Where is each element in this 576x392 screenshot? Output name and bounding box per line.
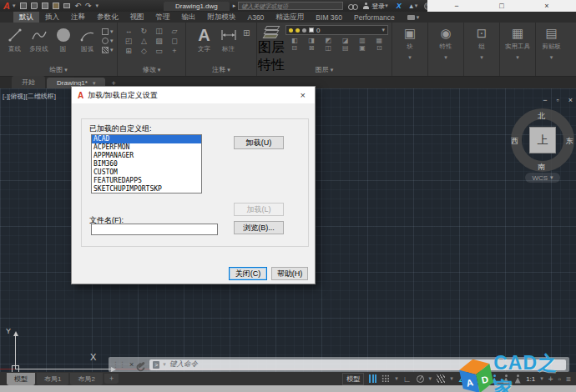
undo-icon[interactable]: ↶ <box>74 3 81 10</box>
ribbon-tab-parametric[interactable]: 参数化 <box>91 12 124 23</box>
ribbon-tab-a360[interactable]: A360 <box>242 12 270 23</box>
layers-panel-label[interactable]: 图层 ▾ <box>257 65 392 74</box>
dialog-close-button[interactable]: 关闭(C) <box>229 267 267 280</box>
wcs-dropdown[interactable]: WCS ▾ <box>525 173 560 183</box>
ribbon-tab-annotate[interactable]: 注释 <box>65 12 91 23</box>
redo-icon[interactable]: ↷ <box>85 3 92 10</box>
layout-tab-layout1[interactable]: 布局1 <box>37 373 68 385</box>
command-customize-wrench-icon[interactable] <box>138 361 145 368</box>
file-tab-start[interactable]: 开始 <box>12 76 45 88</box>
chevron-down-icon[interactable]: ▾ <box>444 54 447 61</box>
qat-customize-chevron-down-icon[interactable]: ▾ <box>96 3 99 9</box>
layer-tool-icon[interactable]: ◧ <box>287 37 301 44</box>
copy-tool-icon[interactable]: + <box>169 47 180 56</box>
command-dock-grip-icon[interactable]: ⋮⋮ <box>112 360 125 369</box>
table-tool-icon[interactable]: ⊞ <box>243 28 250 38</box>
autocad-logo-icon[interactable]: A <box>0 2 13 11</box>
modify-panel-label[interactable]: 修改 ▾ <box>118 65 185 74</box>
array-tool-icon[interactable]: ▨ <box>154 37 165 46</box>
fillet-tool-icon[interactable]: ◰ <box>123 37 134 46</box>
layer-tool-icon[interactable]: ◩ <box>321 37 336 44</box>
clipboard-panel[interactable]: ▤ 剪贴板 ▾ <box>536 23 567 76</box>
list-item-appmanager[interactable]: APPMANAGER <box>92 152 201 160</box>
trim-tool-icon[interactable]: ◫ <box>154 27 165 36</box>
exchange-apps-icon[interactable]: X <box>397 2 402 10</box>
dialog-title-bar[interactable]: A 加载/卸载自定义设置 × <box>72 87 315 103</box>
isometric-drafting-icon[interactable] <box>437 374 445 383</box>
hatch-tool[interactable]: ▾ <box>102 47 114 53</box>
polar-tracking-icon[interactable] <box>417 375 424 383</box>
save-icon[interactable] <box>42 3 48 9</box>
doc-close-button[interactable]: × <box>568 97 573 104</box>
new-layout-button[interactable]: + <box>104 374 119 384</box>
properties-panel[interactable]: ◉ 特性 ▾ <box>428 23 464 76</box>
layer-tool-icon[interactable]: ⊠ <box>304 44 318 52</box>
ribbon-tab-output[interactable]: 输出 <box>176 12 202 23</box>
minimize-button[interactable]: − <box>444 3 469 10</box>
recent-commands-chevron-down-icon[interactable]: ▾ <box>163 361 166 368</box>
rectangle-tool[interactable]: ▾ <box>102 28 114 35</box>
chevron-down-icon[interactable]: ▾ <box>516 54 519 61</box>
layer-select-dropdown[interactable]: 0 ▾ <box>285 25 388 35</box>
offset-tool-icon[interactable]: ◻ <box>169 37 180 46</box>
arc-tool[interactable]: 圆弧 <box>76 25 99 53</box>
title-expand-arrow-icon[interactable]: ▸ <box>233 3 236 9</box>
viewport-controls[interactable]: [-][俯视][二维线框] <box>3 92 56 101</box>
chevron-down-icon[interactable]: ▾ <box>480 54 483 61</box>
ellipse-tool[interactable]: ▾ <box>102 38 114 44</box>
annotate-panel-label[interactable]: 注释 ▾ <box>186 65 256 74</box>
browse-button[interactable]: 浏览(B)... <box>234 221 284 234</box>
doc-restore-button[interactable]: ▫ <box>557 97 559 104</box>
dialog-close-icon[interactable]: × <box>297 90 309 100</box>
viewcube-west-label[interactable]: 西 <box>511 136 518 147</box>
doc-minimize-button[interactable]: − <box>543 97 547 104</box>
draw-panel-label[interactable]: 绘图 ▾ <box>0 65 117 74</box>
ribbon-tab-view[interactable]: 视图 <box>124 12 150 23</box>
chevron-down-icon[interactable]: ▾ <box>408 54 412 61</box>
a360-chevron-down-icon[interactable]: ▾ <box>415 3 418 9</box>
user-icon[interactable] <box>363 3 369 9</box>
stretch-tool-icon[interactable]: ▭ <box>154 47 165 56</box>
layout-tab-model[interactable]: 模型 <box>7 373 35 385</box>
explode-tool-icon[interactable]: ◇ <box>138 47 149 56</box>
viewcube-top-face[interactable]: 上 <box>529 127 556 153</box>
sign-in-chevron-down-icon[interactable]: ▾ <box>385 3 388 9</box>
erase-tool-icon[interactable]: ⊞ <box>123 47 134 56</box>
search-icon[interactable] <box>348 3 356 9</box>
ribbon-tab-addins[interactable]: 附加模块 <box>202 12 242 23</box>
maximize-button[interactable]: □ <box>489 3 514 10</box>
polar-chevron-down-icon[interactable]: ▾ <box>429 375 432 382</box>
scale-tool-icon[interactable]: △ <box>138 37 149 46</box>
move-tool-icon[interactable]: ↔ <box>123 27 134 36</box>
save-as-icon[interactable] <box>53 3 59 9</box>
dialog-help-button[interactable]: 帮助(H) <box>271 267 308 280</box>
layer-tool-icon[interactable]: ▦ <box>372 37 387 44</box>
list-item-sketchupimportskp[interactable]: SKETCHUPIMPORTSKP <box>92 185 201 193</box>
line-tool[interactable]: 直线 <box>3 25 26 53</box>
unload-button[interactable]: 卸载(U) <box>234 136 284 149</box>
open-file-icon[interactable] <box>31 3 38 9</box>
viewcube-south-label[interactable]: 南 <box>538 162 545 173</box>
grid-chevron-down-icon[interactable]: ▾ <box>395 375 398 382</box>
layer-tool-icon[interactable]: ⊡ <box>372 44 387 52</box>
grid-display-icon[interactable] <box>381 374 390 383</box>
snap-mode-icon[interactable] <box>369 374 376 383</box>
layout-tab-layout2[interactable]: 布局2 <box>70 373 102 385</box>
layer-tool-icon[interactable]: ▤ <box>338 44 352 52</box>
viewcube-north-label[interactable]: 北 <box>538 111 545 122</box>
ortho-mode-icon[interactable]: ∟ <box>403 374 412 384</box>
ribbon-tab-manage[interactable]: 管理 <box>150 12 176 23</box>
circle-tool[interactable]: 圆 <box>52 25 74 53</box>
ribbon-tab-default[interactable]: 默认 <box>13 12 39 23</box>
list-item-bim360[interactable]: BIM360 <box>92 160 201 168</box>
utilities-panel[interactable]: ▦ 实用工具 ▾ <box>500 23 536 76</box>
model-space-button[interactable]: 模型 <box>342 373 364 385</box>
list-item-custom[interactable]: CUSTOM <box>92 168 201 177</box>
close-button[interactable]: × <box>534 3 559 10</box>
app-menu-chevron-down-icon[interactable]: ▾ <box>13 3 16 9</box>
ribbon-tab-insert[interactable]: 插入 <box>39 12 65 23</box>
list-item-featuredapps[interactable]: FEATUREDAPPS <box>92 177 201 185</box>
list-item-acperfmon[interactable]: ACPERFMON <box>92 143 201 152</box>
layer-tool-icon[interactable]: ◫ <box>321 44 336 52</box>
block-panel[interactable]: ▣ 块 ▾ <box>392 23 428 76</box>
